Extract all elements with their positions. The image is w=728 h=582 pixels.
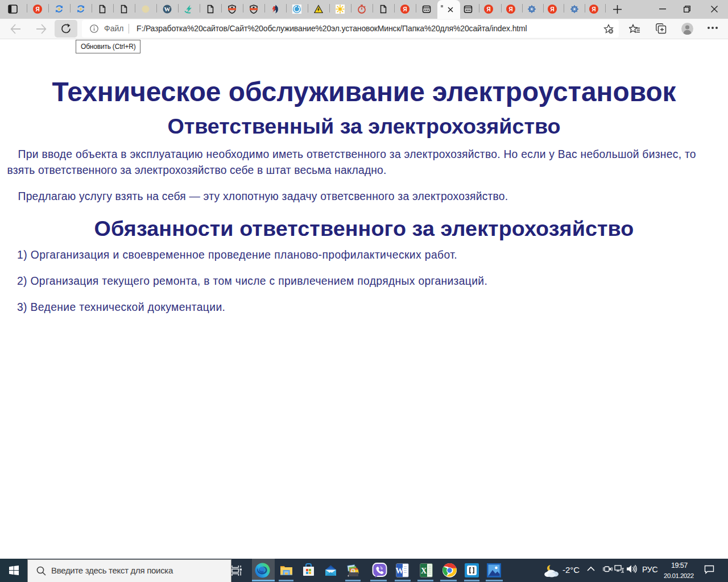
svg-text:Я: Я: [35, 6, 39, 13]
svg-text:X: X: [421, 567, 427, 575]
svg-text:Я: Я: [486, 6, 490, 13]
svg-text:Я: Я: [508, 6, 512, 13]
svg-text:W: W: [396, 567, 404, 575]
svg-text:Я: Я: [592, 6, 595, 13]
svg-text:Я: Я: [550, 6, 554, 13]
svg-text:W: W: [164, 6, 171, 13]
svg-text:Я: Я: [403, 6, 407, 13]
